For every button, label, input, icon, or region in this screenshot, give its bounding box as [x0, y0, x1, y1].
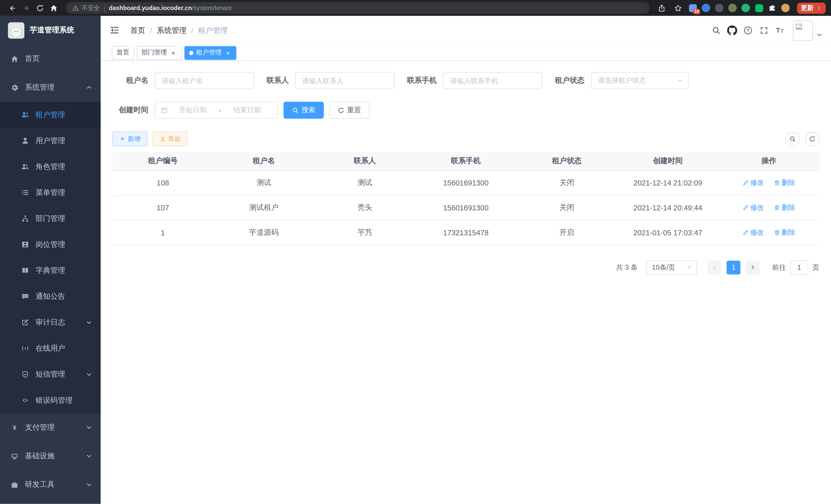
sidebar-item-menu[interactable]: 菜单管理	[0, 180, 101, 206]
help-button[interactable]	[740, 23, 756, 38]
sidebar-item-label: 菜单管理	[35, 188, 65, 197]
browser-back-button[interactable]	[5, 1, 19, 15]
reset-button-label: 重置	[347, 105, 361, 115]
column-header-tenant-name: 租户名	[213, 152, 314, 170]
sidebar-item-infra[interactable]: 基础设施	[0, 442, 101, 470]
sidebar: 芋道管理系统 首页 系统管理 租户管理 用户管理	[0, 16, 101, 504]
browser-reload-button[interactable]	[33, 1, 47, 15]
cell-actions: 修改 删除	[718, 170, 819, 195]
delete-link[interactable]: 删除	[773, 178, 795, 187]
add-button-label: 新增	[128, 135, 141, 143]
close-icon[interactable]: ×	[224, 49, 231, 57]
sidebar-item-dict[interactable]: 字典管理	[0, 258, 101, 283]
sidebar-item-pay[interactable]: 支付管理	[0, 413, 101, 442]
extension-icon-2[interactable]	[701, 3, 711, 12]
breadcrumb-system[interactable]: 系统管理	[157, 26, 187, 35]
sidebar-item-home[interactable]: 首页	[0, 45, 101, 73]
tenant-name-input[interactable]	[155, 72, 254, 89]
goto-page-input[interactable]	[790, 260, 808, 275]
extension-icon-3[interactable]	[714, 3, 724, 12]
avatar-caret-down-icon[interactable]	[816, 32, 823, 38]
breadcrumb-home[interactable]: 首页	[130, 26, 145, 35]
tag-tenant[interactable]: 租户管理 ×	[184, 46, 236, 60]
sidebar-item-user[interactable]: 用户管理	[0, 128, 101, 154]
sidebar-item-audit-log[interactable]: 审计日志	[0, 309, 101, 335]
add-button[interactable]: 新增	[112, 131, 147, 146]
tag-label: 部门管理	[142, 48, 167, 57]
chevron-down-icon	[686, 264, 692, 270]
sidebar-item-post[interactable]: 岗位管理	[0, 232, 101, 258]
page-number-1[interactable]: 1	[727, 261, 741, 274]
create-time-range-picker[interactable]: 开始日期 - 结束日期	[155, 102, 278, 119]
address-divider	[104, 5, 105, 11]
share-button[interactable]	[655, 2, 668, 14]
page-root: 不安全 dashboard.yudao.iocoder.cn/system/te…	[0, 0, 831, 504]
navbar-actions	[708, 20, 823, 40]
tenant-status-select[interactable]: 请选择租户状态	[591, 72, 689, 89]
sidebar-item-dept[interactable]: 部门管理	[0, 206, 101, 232]
sidebar-item-notice[interactable]: 通知公告	[0, 283, 101, 309]
extension-icon-1[interactable]: 10	[688, 3, 697, 12]
page-size-select[interactable]: 10条/页	[646, 260, 697, 275]
tag-dept[interactable]: 部门管理 ×	[137, 46, 182, 60]
menu-list-icon	[21, 188, 29, 197]
sidebar-item-sms[interactable]: 短信管理	[0, 361, 101, 387]
tenant-icon	[21, 111, 29, 119]
export-button[interactable]: 导出	[153, 131, 188, 146]
sidebar-item-tenant[interactable]: 租户管理	[0, 102, 101, 128]
search-button[interactable]: 搜索	[283, 102, 324, 119]
app-title: 芋道管理系统	[30, 25, 74, 35]
close-icon[interactable]: ×	[170, 49, 177, 57]
sidebar-item-label: 角色管理	[35, 162, 65, 171]
delete-link[interactable]: 删除	[773, 203, 795, 212]
sidebar-item-error-code[interactable]: 错误码管理	[0, 387, 101, 413]
sidebar-item-label: 通知公告	[35, 292, 65, 301]
sidebar-item-role[interactable]: 角色管理	[0, 154, 101, 180]
browser-home-button[interactable]	[47, 1, 61, 15]
toolbar-right	[785, 132, 820, 146]
font-size-button[interactable]	[772, 23, 787, 38]
extension-icon-6[interactable]	[754, 3, 764, 12]
cell-phone: 17321315478	[415, 220, 516, 245]
cell-phone: 15601691300	[415, 170, 516, 195]
edit-link[interactable]: 修改	[742, 203, 764, 212]
logo-image	[8, 22, 24, 38]
refresh-table-button[interactable]	[805, 132, 820, 146]
address-bar[interactable]: 不安全 dashboard.yudao.iocoder.cn/system/te…	[66, 2, 650, 13]
phone-input[interactable]	[443, 72, 542, 89]
github-icon[interactable]	[724, 23, 740, 38]
user-avatar[interactable]	[793, 20, 813, 40]
browser-forward-button[interactable]	[19, 1, 33, 15]
header-search-button[interactable]	[708, 23, 724, 38]
contact-input[interactable]	[295, 72, 395, 89]
bookmark-star-button[interactable]	[671, 2, 684, 14]
edit-link[interactable]: 修改	[742, 178, 764, 187]
logo[interactable]: 芋道管理系统	[0, 16, 101, 45]
delete-link[interactable]: 删除	[773, 228, 795, 237]
fullscreen-button[interactable]	[756, 23, 772, 38]
tag-home[interactable]: 首页	[112, 46, 134, 60]
sidebar-item-devtools[interactable]: 研发工具	[0, 471, 101, 499]
monitor-icon	[10, 452, 19, 460]
reset-button[interactable]: 重置	[329, 102, 370, 119]
browser-profile-avatar[interactable]	[781, 3, 790, 12]
sidebar-fold-button[interactable]	[109, 25, 121, 36]
extensions-puzzle-icon[interactable]	[768, 3, 777, 12]
shield-icon	[21, 370, 29, 378]
next-page-button[interactable]	[746, 261, 760, 274]
sidebar-item-system[interactable]: 系统管理	[0, 73, 101, 102]
extension-icon-5[interactable]	[741, 3, 750, 12]
security-label[interactable]: 不安全	[82, 4, 100, 12]
edit-link[interactable]: 修改	[742, 228, 764, 237]
cell-created: 2021-12-14 20:49:44	[617, 195, 718, 220]
cell-created: 2021-12-14 21:02:09	[617, 170, 718, 195]
extension-icon-4[interactable]	[728, 3, 737, 12]
prev-page-button[interactable]	[708, 261, 721, 274]
security-warning-icon	[72, 5, 79, 11]
browser-update-button[interactable]: 更新	[797, 2, 826, 13]
sidebar-item-online-users[interactable]: 在线用户	[0, 335, 101, 361]
extension-badge: 10	[693, 9, 700, 14]
column-header-status: 租户状态	[516, 152, 617, 170]
tenant-name-label: 租户名	[112, 76, 148, 85]
toggle-search-button[interactable]	[785, 132, 800, 146]
